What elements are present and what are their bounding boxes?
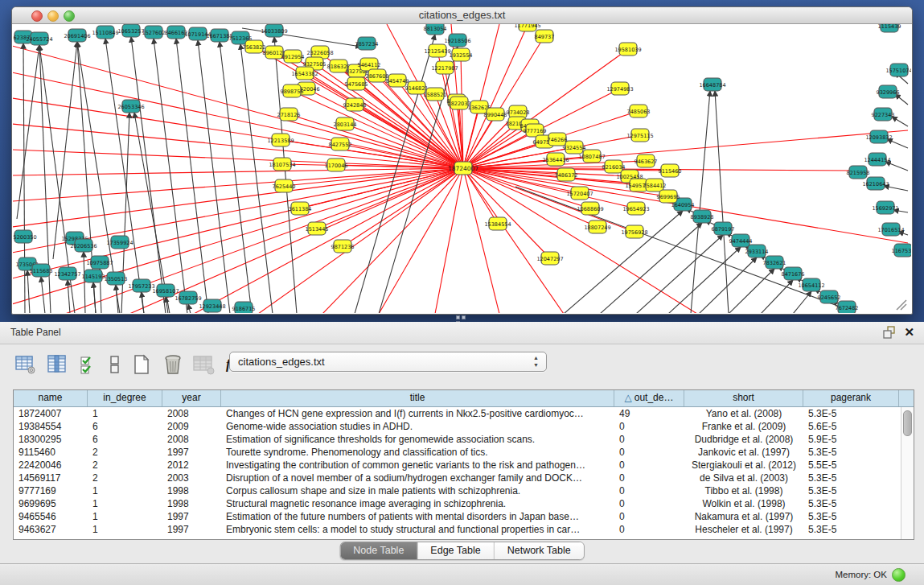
- table-row[interactable]: 946554611997Estimation of the future num…: [14, 510, 914, 523]
- network-node[interactable]: 9898756: [281, 84, 304, 97]
- network-node[interactable]: 9871236: [331, 240, 355, 253]
- network-node[interactable]: 1350513: [105, 272, 128, 285]
- network-node[interactable]: 12444154: [864, 153, 890, 166]
- float-panel-icon[interactable]: [881, 325, 896, 340]
- network-node[interactable]: 8471676: [782, 267, 805, 280]
- network-node[interactable]: 19654923: [622, 202, 649, 215]
- network-node[interactable]: 20691406: [64, 29, 90, 42]
- close-panel-icon[interactable]: ✕: [904, 324, 914, 340]
- network-node[interactable]: 1932554: [450, 48, 473, 61]
- network-node[interactable]: 9242848: [343, 98, 367, 111]
- network-node[interactable]: 9245652: [818, 290, 841, 303]
- delete-trash-button[interactable]: [162, 352, 184, 377]
- table-scrollbar[interactable]: [901, 407, 914, 539]
- table-scrollbar-thumb[interactable]: [903, 410, 912, 436]
- network-node[interactable]: 8427552: [329, 138, 352, 150]
- network-node[interactable]: 19581039: [614, 43, 641, 56]
- network-node[interactable]: 7672482: [836, 301, 859, 313]
- network-canvas[interactable]: 1623873124055724206914061511084910653257…: [13, 24, 911, 313]
- network-node[interactable]: 8990448: [484, 108, 507, 121]
- network-node[interactable]: 1115439: [878, 24, 901, 32]
- show-columns-button[interactable]: [46, 352, 68, 377]
- network-node[interactable]: 10653257: [117, 24, 144, 37]
- toggle-rows-button[interactable]: [109, 352, 121, 377]
- column-header-year[interactable]: year: [162, 390, 221, 406]
- network-node[interactable]: 15751074: [885, 64, 911, 76]
- network-node[interactable]: 1588520: [424, 88, 447, 101]
- network-node[interactable]: 1170046: [325, 159, 348, 171]
- window-titlebar[interactable]: citations_edges.txt: [12, 7, 912, 24]
- table-row[interactable]: 946362711997Embryonic stem cells: a mode…: [14, 523, 914, 536]
- network-node[interactable]: 5475685: [345, 77, 368, 90]
- network-node[interactable]: 1167534: [892, 244, 911, 257]
- network-node[interactable]: 2933114: [745, 245, 769, 257]
- column-header-name[interactable]: name: [14, 390, 88, 406]
- network-node[interactable]: 2803144: [334, 117, 357, 130]
- table-row[interactable]: 911546021997Tourette syndrome. Phenomeno…: [14, 446, 914, 459]
- network-node[interactable]: 7486372: [555, 168, 578, 181]
- network-node[interactable]: 7485063: [627, 105, 651, 117]
- network-node[interactable]: 9474444: [729, 234, 753, 247]
- network-node[interactable]: 9699695: [657, 190, 680, 203]
- network-node[interactable]: 7832621: [763, 256, 786, 269]
- table-row[interactable]: 977716911998Corpus callosum shape and si…: [14, 484, 914, 497]
- select-columns-button[interactable]: [77, 352, 100, 377]
- network-node[interactable]: 9227343: [872, 108, 895, 121]
- network-node[interactable]: 1115683: [30, 264, 53, 277]
- column-header-pagerank[interactable]: pagerank: [803, 390, 899, 406]
- network-node[interactable]: 12342757: [54, 267, 80, 280]
- network-node[interactable]: 16210643: [862, 177, 889, 190]
- network-node[interactable]: 3611384: [289, 202, 312, 215]
- network-node[interactable]: 9115460: [659, 164, 682, 177]
- network-node[interactable]: 1513445: [306, 222, 329, 235]
- network-node[interactable]: 17016514: [877, 223, 904, 236]
- network-node[interactable]: 9463627: [634, 154, 658, 167]
- network-node[interactable]: 12975115: [626, 129, 653, 142]
- network-node[interactable]: 17359924: [106, 236, 133, 249]
- table-row[interactable]: 1872400712008Changes of HCN gene express…: [14, 407, 914, 420]
- network-node[interactable]: 15110849: [92, 26, 118, 39]
- column-header-short[interactable]: short: [684, 390, 803, 406]
- network-node[interactable]: 12923448: [199, 299, 225, 312]
- network-node[interactable]: 12213589: [267, 134, 294, 146]
- network-node[interactable]: 15384554: [484, 217, 511, 230]
- column-header-out_de[interactable]: △out_de…: [614, 390, 684, 406]
- resize-grip-icon[interactable]: [895, 299, 908, 311]
- splitter-handle[interactable]: [455, 315, 466, 319]
- change-table-mode-button[interactable]: [14, 352, 37, 377]
- network-node[interactable]: 10975887: [86, 256, 113, 269]
- network-node[interactable]: 849737: [535, 30, 555, 43]
- network-node[interactable]: 7857234: [355, 37, 379, 50]
- network-node[interactable]: 17957233: [128, 279, 154, 292]
- new-document-button[interactable]: [130, 352, 153, 377]
- network-node[interactable]: 8813054: [424, 24, 447, 35]
- column-header-in_degree[interactable]: in_degree: [88, 390, 162, 406]
- network-node[interactable]: 10688609: [577, 202, 603, 215]
- network-node[interactable]: 8912954: [281, 50, 305, 63]
- column-header-title[interactable]: title: [221, 390, 614, 406]
- network-node[interactable]: 16033809: [261, 24, 287, 37]
- table-row[interactable]: 1456911722003Disruption of a novel membe…: [14, 472, 914, 484]
- network-node[interactable]: 9329966: [877, 85, 900, 98]
- table-select-dropdown[interactable]: citations_edges.txt ▲▼: [229, 352, 547, 372]
- network-node[interactable]: 8215958: [847, 166, 870, 179]
- table-row[interactable]: 1938455462009Genome-wide association stu…: [14, 420, 914, 433]
- network-node[interactable]: 16648784: [699, 78, 725, 91]
- network-node[interactable]: 7625440: [273, 179, 296, 192]
- network-node[interactable]: 9186715: [232, 302, 256, 313]
- tab-node-table[interactable]: Node Table: [340, 542, 417, 559]
- table-row[interactable]: 2242004622012Investigating the contribut…: [14, 459, 914, 472]
- table-row[interactable]: 1830029562008Estimation of significance …: [14, 433, 914, 446]
- network-node[interactable]: 1527602: [142, 26, 166, 39]
- network-node[interactable]: 19218506: [444, 34, 470, 47]
- network-node[interactable]: 9324554: [563, 141, 586, 154]
- tab-edge-table[interactable]: Edge Table: [417, 542, 494, 559]
- network-node[interactable]: 25200350: [13, 230, 37, 243]
- network-node[interactable]: 2718126: [277, 108, 301, 121]
- network-node[interactable]: 6879197: [712, 222, 735, 235]
- network-node[interactable]: 8938928: [691, 210, 714, 223]
- network-node[interactable]: 12047297: [536, 252, 563, 265]
- table-row[interactable]: 969969511998Structural magnetic resonanc…: [14, 497, 914, 510]
- network-node[interactable]: 1145193: [82, 270, 105, 282]
- tab-network-table[interactable]: Network Table: [495, 542, 584, 559]
